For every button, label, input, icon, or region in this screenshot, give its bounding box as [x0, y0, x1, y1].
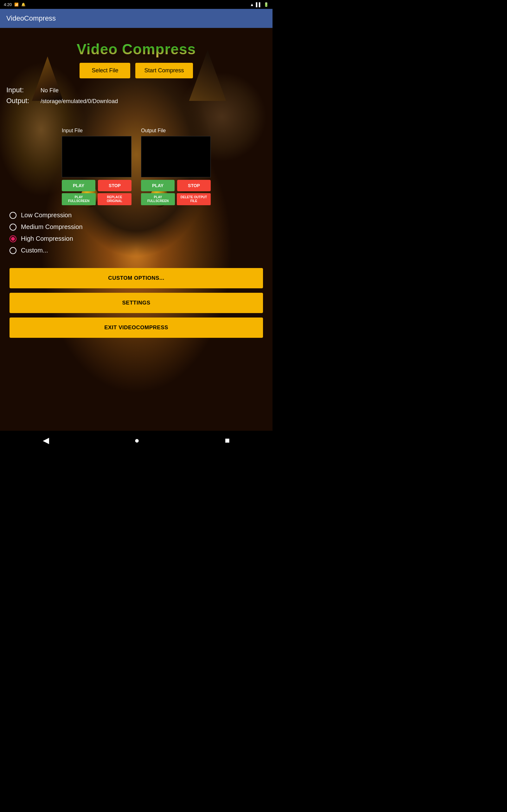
delete-output-button[interactable]: DELETE OUTPUT FILE — [177, 193, 211, 205]
radio-label-medium: Medium Compression — [21, 223, 83, 231]
select-file-button[interactable]: Select File — [79, 63, 130, 78]
input-value: No File — [41, 87, 59, 94]
output-label: Output: — [6, 97, 38, 105]
radio-low[interactable]: Low Compression — [9, 212, 263, 219]
radio-label-high: High Compression — [21, 235, 73, 242]
input-play-fullscreen-button[interactable]: PLAY FULLSCREEN — [62, 193, 96, 205]
file-info-section: Input: No File Output: /storage/emulated… — [0, 85, 273, 109]
input-file-column: Input File PLAY STOP PLAY FULLSCREEN REP… — [62, 128, 131, 205]
button-row: Select File Start Compress — [0, 63, 273, 78]
radio-circle-medium — [9, 223, 16, 231]
app-bar-title: VideoCompress — [6, 14, 56, 22]
battery-icon: 🔋 — [264, 2, 269, 7]
spacer — [0, 109, 273, 128]
start-compress-button[interactable]: Start Compress — [135, 63, 193, 78]
radio-medium[interactable]: Medium Compression — [9, 223, 263, 231]
radio-custom[interactable]: Custom... — [9, 247, 263, 254]
output-play-fullscreen-button[interactable]: PLAY FULLSCREEN — [141, 193, 175, 205]
exit-button[interactable]: EXIT VIDEOCOMPRESS — [9, 317, 263, 338]
radio-circle-low — [9, 212, 16, 219]
sim-icon: 📶 — [14, 3, 19, 7]
input-video-controls: PLAY STOP — [62, 180, 131, 191]
app-bar: VideoCompress — [0, 9, 273, 28]
radio-label-custom: Custom... — [21, 247, 48, 254]
output-video-controls: PLAY STOP — [141, 180, 211, 191]
radio-circle-custom — [9, 247, 16, 254]
video-preview-section: Input File PLAY STOP PLAY FULLSCREEN REP… — [0, 128, 273, 205]
home-button[interactable]: ● — [128, 433, 146, 448]
radio-circle-high — [9, 235, 16, 242]
status-bar: 4:20 📶 🔔 ▲ ▌▌ 🔋 — [0, 0, 273, 9]
output-file-column: Output File PLAY STOP PLAY FULLSCREEN DE… — [141, 128, 211, 205]
output-file-row: Output: /storage/emulated/0/Download — [6, 97, 266, 105]
output-stop-button[interactable]: STOP — [177, 180, 211, 191]
nav-bar: ◀ ● ■ — [0, 431, 273, 450]
output-video-player — [141, 136, 211, 177]
radio-inner-high — [11, 237, 15, 241]
radio-high[interactable]: High Compression — [9, 235, 263, 242]
content-overlay: Video Compress Select File Start Compres… — [0, 28, 273, 351]
main-content: Video Compress Select File Start Compres… — [0, 28, 273, 431]
output-file-label: Output File — [141, 128, 166, 134]
settings-button[interactable]: SETTINGS — [9, 293, 263, 313]
output-value: /storage/emulated/0/Download — [41, 98, 118, 105]
bottom-buttons: CUSTOM OPTIONS... SETTINGS EXIT VIDEOCOM… — [0, 265, 273, 344]
recent-button[interactable]: ■ — [219, 433, 236, 448]
custom-options-button[interactable]: CUSTOM OPTIONS... — [9, 268, 263, 288]
notification-icon: 🔔 — [21, 3, 26, 7]
input-file-row: Input: No File — [6, 86, 266, 94]
radio-label-low: Low Compression — [21, 212, 72, 219]
signal-icon: ▌▌ — [256, 2, 262, 7]
output-play-button[interactable]: PLAY — [141, 180, 175, 191]
input-stop-button[interactable]: STOP — [98, 180, 131, 191]
replace-original-button[interactable]: REPLACE ORIGINAL — [98, 193, 131, 205]
input-video-controls-2: PLAY FULLSCREEN REPLACE ORIGINAL — [62, 193, 131, 205]
app-title: Video Compress — [0, 34, 273, 63]
input-label: Input: — [6, 86, 38, 94]
input-file-label: Input File — [62, 128, 83, 134]
input-video-player — [62, 136, 131, 177]
compression-section: Low Compression Medium Compression High … — [0, 205, 273, 265]
output-video-controls-2: PLAY FULLSCREEN DELETE OUTPUT FILE — [141, 193, 211, 205]
wifi-icon: ▲ — [250, 2, 254, 7]
status-time: 4:20 — [4, 2, 12, 7]
input-play-button[interactable]: PLAY — [62, 180, 95, 191]
back-button[interactable]: ◀ — [37, 433, 55, 448]
